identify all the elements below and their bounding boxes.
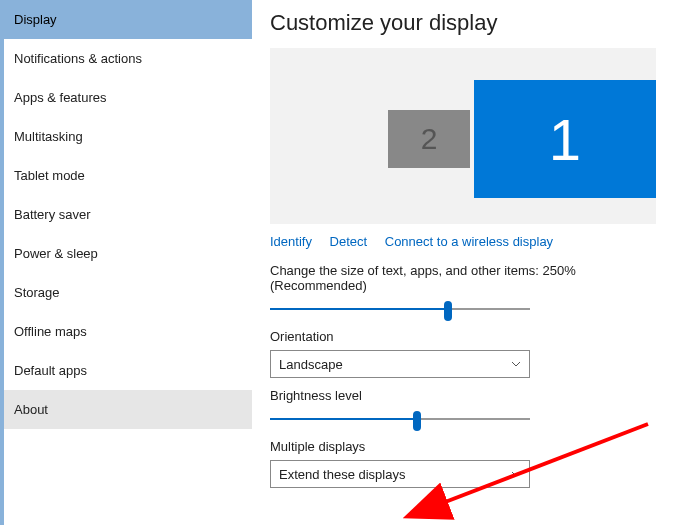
display-links: Identify Detect Connect to a wireless di… — [270, 234, 656, 249]
multiple-displays-label: Multiple displays — [270, 439, 656, 454]
sidebar-item-power-sleep[interactable]: Power & sleep — [4, 234, 252, 273]
sidebar-item-label: About — [14, 402, 48, 417]
monitor-1[interactable]: 1 — [474, 80, 656, 198]
connect-wireless-link[interactable]: Connect to a wireless display — [385, 234, 553, 249]
sidebar: Display Notifications & actions Apps & f… — [0, 0, 252, 525]
chevron-down-icon — [511, 359, 521, 369]
multiple-displays-value: Extend these displays — [279, 467, 405, 482]
sidebar-item-battery-saver[interactable]: Battery saver — [4, 195, 252, 234]
multiple-displays-select[interactable]: Extend these displays — [270, 460, 530, 488]
brightness-slider[interactable] — [270, 409, 530, 429]
sidebar-item-label: Storage — [14, 285, 60, 300]
sidebar-item-display[interactable]: Display — [4, 0, 252, 39]
monitor-1-label: 1 — [549, 106, 581, 173]
sidebar-item-label: Apps & features — [14, 90, 107, 105]
sidebar-item-notifications[interactable]: Notifications & actions — [4, 39, 252, 78]
orientation-value: Landscape — [279, 357, 343, 372]
sidebar-item-label: Multitasking — [14, 129, 83, 144]
orientation-select[interactable]: Landscape — [270, 350, 530, 378]
sidebar-item-label: Notifications & actions — [14, 51, 142, 66]
sidebar-item-label: Tablet mode — [14, 168, 85, 183]
sidebar-item-apps[interactable]: Apps & features — [4, 78, 252, 117]
brightness-label: Brightness level — [270, 388, 656, 403]
orientation-label: Orientation — [270, 329, 656, 344]
sidebar-item-about[interactable]: About — [4, 390, 252, 429]
scaling-slider-thumb[interactable] — [444, 301, 452, 321]
monitor-2[interactable]: 2 — [388, 110, 470, 168]
detect-link[interactable]: Detect — [330, 234, 368, 249]
sidebar-item-multitasking[interactable]: Multitasking — [4, 117, 252, 156]
scaling-label: Change the size of text, apps, and other… — [270, 263, 656, 293]
brightness-slider-thumb[interactable] — [413, 411, 421, 431]
main-content: Customize your display 2 1 Identify Dete… — [252, 0, 674, 525]
sidebar-item-tablet-mode[interactable]: Tablet mode — [4, 156, 252, 195]
sidebar-item-label: Power & sleep — [14, 246, 98, 261]
sidebar-item-label: Display — [14, 12, 57, 27]
sidebar-item-default-apps[interactable]: Default apps — [4, 351, 252, 390]
sidebar-item-label: Battery saver — [14, 207, 91, 222]
chevron-down-icon — [511, 469, 521, 479]
display-preview[interactable]: 2 1 — [270, 48, 656, 224]
sidebar-item-label: Default apps — [14, 363, 87, 378]
monitor-2-label: 2 — [421, 122, 438, 156]
scaling-slider[interactable] — [270, 299, 530, 319]
page-title: Customize your display — [270, 10, 656, 36]
sidebar-item-storage[interactable]: Storage — [4, 273, 252, 312]
identify-link[interactable]: Identify — [270, 234, 312, 249]
sidebar-item-offline-maps[interactable]: Offline maps — [4, 312, 252, 351]
sidebar-item-label: Offline maps — [14, 324, 87, 339]
